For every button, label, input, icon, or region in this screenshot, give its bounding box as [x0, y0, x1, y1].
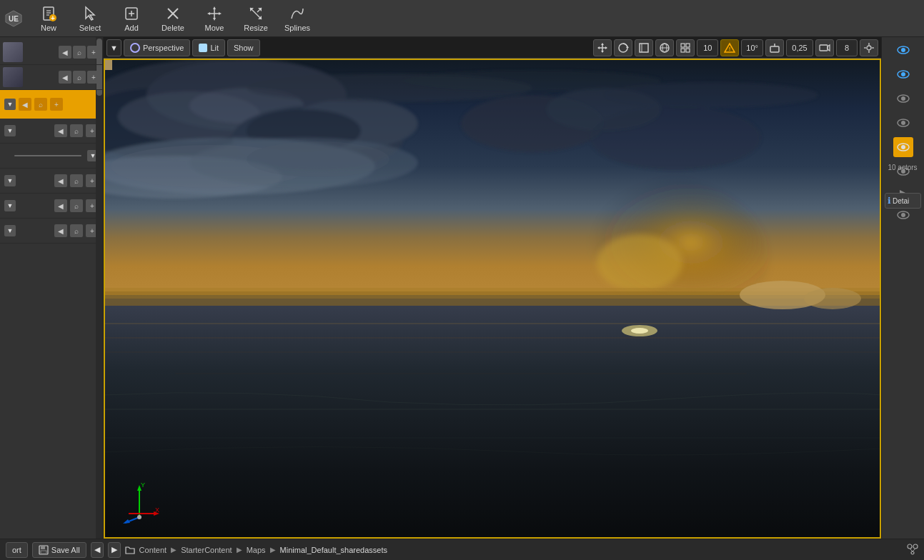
breadcrumb-content[interactable]: Content [139, 546, 167, 554]
lit-label: Lit [210, 44, 219, 52]
angle-box[interactable]: 10° [741, 39, 763, 56]
save-all-icon [39, 545, 49, 555]
layer-item-5: ▼ [0, 144, 103, 169]
show-button[interactable]: Show [227, 39, 260, 56]
layer-btn-arrow-2[interactable]: ◀ [59, 71, 71, 84]
layer-btn-search-2[interactable]: ⌕ [73, 71, 86, 84]
orange-btn-add[interactable]: + [50, 98, 63, 111]
svg-point-117 [913, 544, 918, 549]
layer-btn-search-1[interactable]: ⌕ [73, 46, 86, 59]
layer-btn-arrow-7[interactable]: ◀ [54, 199, 67, 212]
dropdown-8[interactable]: ▼ [4, 225, 16, 236]
layer-controls-2: ◀ ⌕ + [59, 71, 100, 84]
layer-btn-arrow-8[interactable]: ◀ [54, 224, 67, 237]
left-scrollbar[interactable] [96, 37, 103, 539]
offset-number: 0,25 [792, 44, 807, 52]
layer-btn-arrow-6[interactable]: ◀ [54, 174, 67, 187]
right-panel: 10 actors ℹ Detai [881, 37, 924, 539]
breadcrumb-arrow-1: ▶ [171, 546, 177, 554]
svg-point-116 [908, 544, 912, 549]
export-button[interactable]: ort [6, 542, 28, 558]
splines-label: Splines [284, 24, 310, 32]
dropdown-7[interactable]: ▼ [4, 200, 16, 211]
svg-point-92 [804, 288, 861, 309]
layer-btn-search-7[interactable]: ⌕ [70, 199, 83, 212]
layer-btn-add-2[interactable]: + [87, 71, 100, 84]
dropdown-6[interactable]: ▼ [4, 175, 16, 186]
svg-text:UE: UE [9, 15, 19, 23]
new-button[interactable]: + New [29, 2, 69, 35]
camera-icon[interactable] [815, 39, 834, 56]
delete-button[interactable]: Delete [153, 2, 193, 35]
layer-item-6: ▼ ◀ ⌕ + [0, 169, 103, 194]
camera-number-box[interactable]: 8 [836, 39, 858, 56]
viewport-dropdown-btn[interactable]: ▼ [106, 39, 121, 56]
svg-rect-53 [681, 44, 685, 47]
viewport-settings-icon[interactable] [860, 39, 878, 56]
svg-rect-93 [104, 59, 112, 70]
perspective-button[interactable]: Perspective [124, 39, 190, 56]
breadcrumb-maps[interactable]: Maps [247, 546, 266, 554]
orange-dropdown[interactable]: ▼ [4, 99, 16, 110]
layer-btn-search-6[interactable]: ⌕ [70, 174, 83, 187]
perspective-globe-icon [130, 43, 140, 53]
select-button[interactable]: Select [70, 2, 110, 35]
layer-btn-add-1[interactable]: + [87, 46, 100, 59]
orange-btn-search[interactable]: ⌕ [34, 98, 47, 111]
move-label: Move [205, 24, 224, 32]
svg-marker-45 [605, 46, 607, 49]
layer-item-2: ◀ ⌕ + [0, 65, 103, 90]
svg-text:+: + [51, 14, 55, 21]
save-all-button[interactable]: Save All [32, 542, 86, 558]
svg-point-84 [590, 106, 761, 170]
svg-marker-43 [601, 51, 604, 53]
breadcrumb-starter[interactable]: StarterContent [181, 546, 232, 554]
breadcrumb-map-name: Minimal_Default_sharedassets [280, 546, 387, 554]
layer-btn-search-8[interactable]: ⌕ [70, 224, 83, 237]
visibility-eye-5[interactable] [893, 137, 913, 157]
orange-btn-arrow[interactable]: ◀ [19, 98, 31, 111]
breadcrumb-arrow-3: ▶ [270, 546, 276, 554]
offset-box[interactable]: 0,25 [786, 39, 813, 56]
save-all-label: Save All [51, 546, 80, 554]
svg-marker-62 [828, 45, 830, 51]
surface-snap-icon[interactable] [676, 39, 695, 56]
layer-btn-arrow-1[interactable]: ◀ [59, 46, 71, 59]
source-control-icon[interactable] [907, 544, 918, 556]
splines-button[interactable]: Splines [277, 2, 317, 35]
svg-line-119 [910, 549, 913, 551]
visibility-eye-1[interactable] [893, 40, 913, 60]
details-panel[interactable]: ℹ Detai [885, 193, 921, 209]
maximize-icon[interactable] [635, 39, 653, 56]
add-button[interactable]: Add [111, 2, 151, 35]
viewport[interactable]: ▼ Perspective Lit Show [104, 37, 881, 539]
svg-point-112 [137, 515, 141, 519]
lit-button[interactable]: Lit [192, 39, 225, 56]
nav-back-button[interactable]: ◀ [91, 542, 104, 558]
resize-button[interactable]: Resize [236, 2, 276, 35]
rotation-snap-icon[interactable] [614, 39, 632, 56]
svg-point-34 [901, 145, 905, 149]
svg-point-30 [901, 96, 905, 101]
dropdown-4[interactable]: ▼ [4, 125, 16, 136]
visibility-eye-4[interactable] [893, 113, 913, 133]
visibility-eye-2[interactable] [893, 64, 913, 84]
grid-number-box[interactable]: 10 [697, 39, 718, 56]
visibility-eye-3[interactable] [893, 89, 913, 109]
nav-forward-button[interactable]: ▶ [108, 542, 121, 558]
warning-icon[interactable]: ! [720, 39, 739, 56]
select-label: Select [79, 24, 101, 32]
position-snap-icon[interactable] [765, 39, 784, 56]
layer-btn-arrow-4[interactable]: ◀ [54, 124, 67, 137]
svg-point-32 [901, 121, 905, 125]
viewport-toolbar: ▼ Perspective Lit Show [104, 37, 881, 59]
move-button[interactable]: Move [194, 2, 234, 35]
translate-snap-icon[interactable] [593, 39, 612, 56]
left-panel: ◀ ⌕ + ◀ ⌕ + ▼ ◀ ⌕ + ▼ ◀ ⌕ + ▼ ▼ ◀ ⌕ + [0, 37, 104, 539]
details-label: Detai [893, 197, 909, 205]
svg-rect-54 [686, 44, 690, 47]
layer-btn-search-4[interactable]: ⌕ [70, 124, 83, 137]
global-transform-icon[interactable] [655, 39, 674, 56]
transform-gizmo: Y X [118, 481, 161, 524]
grid-number: 10 [703, 44, 712, 52]
